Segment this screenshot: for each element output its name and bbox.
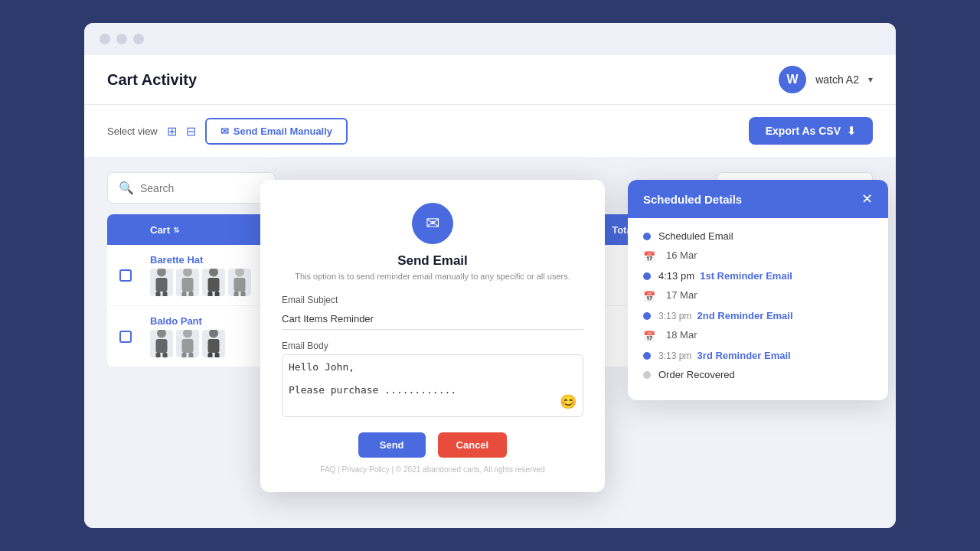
scheduled-details-panel: Scheduled Details ✕ Scheduled Email 📅 16…: [628, 180, 888, 400]
calendar-icon: 📅: [643, 331, 655, 342]
search-input-wrap[interactable]: 🔍: [107, 172, 276, 204]
cancel-button[interactable]: Cancel: [438, 432, 508, 458]
calendar-icon: 📅: [643, 291, 655, 302]
modal-subtitle: This option is to send reminder email ma…: [282, 272, 583, 281]
search-icon: 🔍: [119, 181, 134, 195]
calendar-icon: 📅: [643, 251, 655, 262]
product-image: [228, 269, 251, 296]
svg-point-16: [157, 330, 166, 338]
toolbar-left: Select view ⊞ ⊟ ✉ Send Email Manually: [107, 118, 348, 145]
search-input[interactable]: [140, 182, 264, 194]
product-image: [150, 269, 173, 296]
grid-view-icon[interactable]: ⊟: [186, 124, 196, 139]
list-view-icon[interactable]: ⊞: [167, 124, 177, 139]
download-icon: ⬇: [847, 125, 856, 137]
svg-rect-14: [234, 292, 239, 296]
modal-title: Send Email: [282, 253, 583, 269]
svg-rect-10: [208, 292, 213, 296]
scheduled-item: Scheduled Email: [643, 230, 873, 242]
status-dot: [643, 352, 651, 360]
scheduled-item: 📅 16 Mar: [643, 249, 873, 262]
title-bar: [84, 23, 896, 55]
scheduled-item: 4:13 pm 1st Reminder Email: [643, 270, 873, 282]
scheduled-item: 📅 17 Mar: [643, 289, 873, 302]
svg-rect-27: [215, 353, 220, 357]
svg-rect-7: [189, 292, 194, 296]
svg-point-20: [183, 330, 192, 338]
product-image: [202, 269, 225, 296]
svg-rect-23: [189, 353, 194, 357]
sort-cart-icon[interactable]: ⇅: [173, 226, 179, 234]
toolbar: Select view ⊞ ⊟ ✉ Send Email Manually Ex…: [84, 105, 896, 157]
body-textarea[interactable]: Hello John, Please purchase ............: [289, 361, 577, 407]
third-reminder-link[interactable]: 3rd Reminder Email: [697, 350, 791, 361]
date-17-mar: 17 Mar: [666, 289, 697, 301]
status-dot: [643, 233, 651, 240]
svg-point-8: [209, 269, 218, 277]
svg-rect-1: [156, 278, 168, 292]
svg-rect-6: [182, 292, 187, 296]
time-3-13-pm-2: 3:13 pm: [658, 350, 691, 361]
scheduled-item: Order Recovered: [643, 369, 873, 380]
product-image: [176, 269, 199, 296]
window-dot-2[interactable]: [116, 34, 127, 44]
row-checkbox[interactable]: [119, 269, 132, 282]
emoji-picker-icon[interactable]: 😊: [560, 393, 577, 410]
scheduled-title: Scheduled Details: [643, 193, 742, 206]
scheduled-item: 3:13 pm 3rd Reminder Email: [643, 350, 873, 361]
first-reminder-link[interactable]: 1st Reminder Email: [700, 270, 792, 282]
close-panel-button[interactable]: ✕: [861, 192, 873, 206]
svg-rect-11: [215, 292, 220, 296]
svg-rect-3: [163, 292, 168, 296]
status-dot-inactive: [643, 371, 651, 379]
body-textarea-wrap: Hello John, Please purchase ............…: [282, 354, 583, 417]
svg-point-0: [157, 269, 166, 277]
mail-icon: ✉: [220, 126, 229, 137]
svg-rect-18: [156, 353, 161, 357]
select-all-checkbox[interactable]: [119, 223, 132, 236]
window-dot-1[interactable]: [100, 34, 110, 44]
avatar[interactable]: W: [779, 66, 806, 93]
time-3-13-pm: 3:13 pm: [658, 311, 691, 321]
send-button[interactable]: Send: [358, 432, 426, 458]
date-16-mar: 16 Mar: [666, 249, 697, 261]
row-checkbox[interactable]: [119, 331, 132, 343]
svg-rect-15: [241, 292, 246, 296]
modal-email-icon: ✉: [412, 203, 453, 244]
svg-rect-21: [182, 339, 194, 353]
app-header: Cart Activity W watch A2 ▾: [84, 55, 896, 105]
status-dot: [643, 272, 651, 280]
window-dot-3[interactable]: [133, 34, 144, 44]
second-reminder-link[interactable]: 2nd Reminder Email: [697, 310, 793, 321]
scheduled-email-label: Scheduled Email: [658, 230, 733, 242]
svg-rect-22: [182, 353, 187, 357]
scheduled-item: 📅 18 Mar: [643, 329, 873, 342]
time-4-13: 4:13 pm: [658, 270, 694, 282]
date-18-mar: 18 Mar: [666, 329, 697, 341]
watch-label: watch A2: [815, 73, 859, 86]
send-email-button[interactable]: ✉ Send Email Manually: [205, 118, 348, 145]
header-right: W watch A2 ▾: [779, 66, 873, 93]
scheduled-header: Scheduled Details ✕: [628, 180, 888, 218]
svg-rect-19: [163, 353, 168, 357]
modal-footer: Send Cancel: [282, 432, 583, 458]
svg-rect-9: [208, 278, 220, 292]
page-title: Cart Activity: [107, 71, 197, 89]
svg-rect-5: [182, 278, 194, 292]
export-label: Export As CSV: [766, 125, 841, 137]
svg-rect-13: [234, 278, 246, 292]
send-email-modal: ✉ Send Email This option is to send remi…: [260, 180, 605, 492]
scheduled-body: Scheduled Email 📅 16 Mar 4:13 pm 1st Rem…: [628, 218, 888, 400]
svg-rect-2: [156, 292, 161, 296]
export-csv-button[interactable]: Export As CSV ⬇: [749, 117, 873, 145]
body-label: Email Body: [282, 341, 583, 351]
svg-point-12: [235, 269, 244, 277]
svg-rect-17: [156, 339, 168, 353]
order-recovered-label: Order Recovered: [658, 369, 735, 380]
subject-input[interactable]: [282, 308, 583, 330]
main-content: 🔍 📅 03/01/2021 - 03/31/2021 Cart ⇅ Conta…: [84, 157, 896, 528]
select-view-label: Select view: [107, 126, 158, 137]
chevron-down-icon[interactable]: ▾: [868, 74, 873, 85]
svg-rect-25: [208, 339, 220, 353]
status-dot: [643, 312, 651, 320]
